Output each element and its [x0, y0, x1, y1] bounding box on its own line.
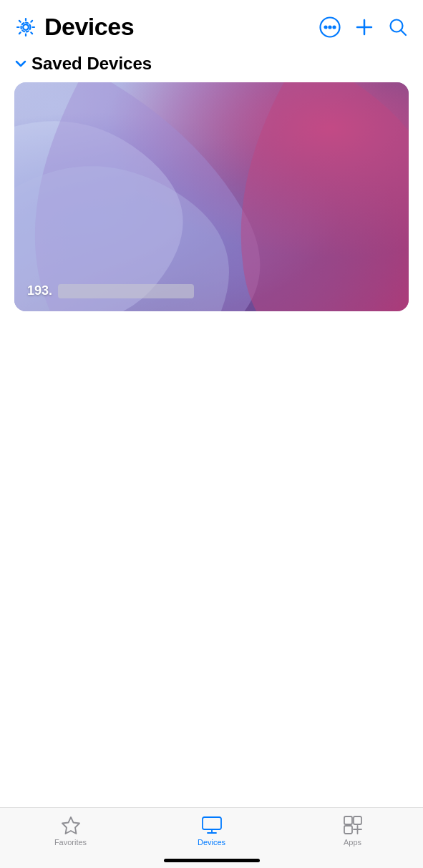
svg-rect-16	[344, 826, 352, 834]
device-card-label: 193.	[27, 283, 194, 298]
svg-line-9	[402, 30, 407, 35]
settings-icon[interactable]	[14, 16, 37, 39]
device-card[interactable]: 193.	[14, 82, 409, 311]
devices-icon	[201, 815, 223, 835]
saved-devices-section: Saved Devices	[0, 48, 423, 82]
tab-apps[interactable]: Apps	[282, 815, 423, 847]
card-waves	[14, 82, 409, 311]
add-icon[interactable]	[354, 17, 374, 37]
tab-devices[interactable]: Devices	[141, 815, 282, 847]
device-card-container: 193.	[0, 82, 423, 311]
more-options-icon[interactable]	[319, 16, 341, 39]
svg-rect-14	[344, 816, 352, 824]
header-actions	[319, 16, 409, 39]
page-title: Devices	[44, 13, 134, 41]
chevron-down-icon[interactable]	[14, 57, 27, 70]
home-indicator	[164, 859, 260, 862]
tab-favorites[interactable]: Favorites	[0, 815, 141, 847]
search-icon[interactable]	[387, 16, 409, 38]
svg-point-4	[329, 26, 331, 28]
header-left: Devices	[14, 13, 319, 41]
tab-apps-label: Apps	[344, 838, 361, 847]
main-content	[0, 311, 423, 705]
section-title: Saved Devices	[31, 54, 152, 74]
apps-icon	[343, 815, 363, 835]
svg-point-5	[334, 26, 336, 28]
device-ip: 193.	[27, 283, 52, 298]
favorites-icon	[61, 815, 81, 835]
app-header: Devices	[0, 0, 423, 48]
tab-favorites-label: Favorites	[54, 838, 87, 847]
svg-marker-10	[62, 817, 79, 834]
svg-point-0	[23, 24, 29, 30]
svg-point-3	[325, 26, 327, 28]
device-name-bar	[58, 284, 194, 298]
tab-devices-label: Devices	[198, 838, 225, 847]
svg-rect-11	[203, 817, 221, 829]
svg-rect-15	[354, 816, 361, 824]
